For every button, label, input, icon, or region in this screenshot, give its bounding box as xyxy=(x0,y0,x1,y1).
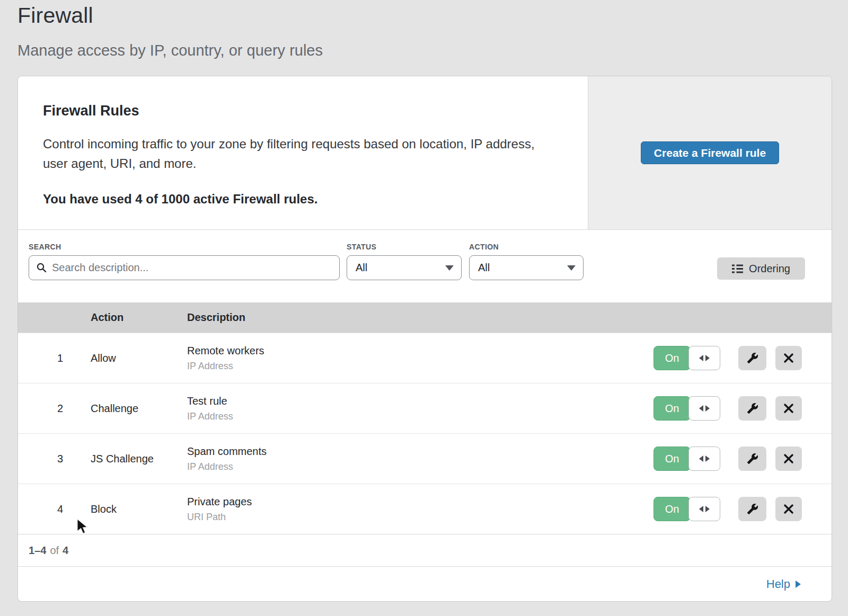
close-icon xyxy=(783,353,794,363)
edit-rule-button[interactable] xyxy=(738,396,766,421)
table-row: 2 Challenge Test rule IP Address On xyxy=(18,383,832,433)
left-right-arrows-icon xyxy=(699,456,703,462)
delete-rule-button[interactable] xyxy=(775,497,802,521)
create-firewall-rule-button[interactable]: Create a Firewall rule xyxy=(641,141,779,164)
page-title: Firewall xyxy=(17,3,93,28)
chevron-down-icon xyxy=(567,265,576,271)
left-right-arrows-icon xyxy=(699,355,703,361)
action-select[interactable]: All xyxy=(469,255,584,280)
wrench-icon xyxy=(747,503,758,515)
firewall-rules-summary: Firewall Rules Control incoming traffic … xyxy=(18,76,588,229)
card-footer: Help xyxy=(18,566,832,601)
edit-rule-button[interactable] xyxy=(738,346,766,370)
pagination-total: 4 xyxy=(63,544,68,557)
search-input[interactable] xyxy=(52,262,332,274)
wrench-icon xyxy=(747,453,758,465)
toggle-on-segment[interactable]: On xyxy=(653,447,691,471)
card-description: Control incoming traffic to your zone by… xyxy=(43,134,554,173)
toggle-drag-handle[interactable] xyxy=(688,447,720,471)
action-select-value: All xyxy=(478,262,490,274)
search-field[interactable] xyxy=(29,255,340,280)
ordering-button-label: Ordering xyxy=(749,263,790,275)
search-icon xyxy=(37,263,47,273)
status-select[interactable]: All xyxy=(347,255,462,280)
chevron-down-icon xyxy=(445,265,454,271)
rule-enabled-toggle[interactable]: On xyxy=(653,346,720,370)
toggle-on-segment[interactable]: On xyxy=(653,346,691,370)
left-right-arrows-icon xyxy=(699,506,703,512)
firewall-rules-card: Firewall Rules Control incoming traffic … xyxy=(17,76,832,602)
toggle-drag-handle[interactable] xyxy=(688,396,720,421)
rule-enabled-toggle[interactable]: On xyxy=(653,447,720,471)
wrench-icon xyxy=(747,352,758,364)
rule-enabled-toggle[interactable]: On xyxy=(653,396,720,421)
toggle-on-segment[interactable]: On xyxy=(653,396,691,421)
status-select-value: All xyxy=(356,262,367,274)
row-controls: On xyxy=(653,396,802,421)
delete-rule-button[interactable] xyxy=(775,346,802,370)
list-icon xyxy=(732,264,743,273)
left-right-arrows-icon xyxy=(699,405,703,412)
wrench-icon xyxy=(747,403,758,414)
rule-priority: 4 xyxy=(18,503,63,515)
delete-rule-button[interactable] xyxy=(775,396,802,421)
table-row: 3 JS Challenge Spam comments IP Address … xyxy=(18,433,832,484)
rule-action: Block xyxy=(91,503,187,515)
delete-rule-button[interactable] xyxy=(775,447,802,471)
create-rule-panel: Create a Firewall rule xyxy=(588,76,832,229)
rule-priority: 1 xyxy=(18,352,63,364)
help-link-label: Help xyxy=(766,577,790,591)
close-icon xyxy=(783,504,794,514)
firewall-rules-summary-section: Firewall Rules Control incoming traffic … xyxy=(18,76,832,230)
row-controls: On xyxy=(653,346,802,370)
page-subtitle: Manage access by IP, country, or query r… xyxy=(17,42,323,59)
toggle-drag-handle[interactable] xyxy=(688,346,720,370)
close-icon xyxy=(783,403,794,414)
toggle-on-segment[interactable]: On xyxy=(653,497,691,521)
toggle-drag-handle[interactable] xyxy=(688,497,720,521)
edit-rule-button[interactable] xyxy=(738,447,766,471)
usage-note: You have used 4 of 1000 active Firewall … xyxy=(43,192,567,207)
help-link[interactable]: Help xyxy=(766,577,801,591)
action-label: ACTION xyxy=(469,243,499,251)
filters-bar: SEARCH STATUS All ACTION All Ordering xyxy=(18,230,832,302)
rule-priority: 2 xyxy=(18,403,63,415)
table-row: 4 Block Private pages URI Path On xyxy=(18,484,832,534)
close-icon xyxy=(783,453,794,464)
rule-priority: 3 xyxy=(18,453,63,465)
pagination-range: 1–4 xyxy=(29,544,46,557)
table-header: Action Description xyxy=(18,302,832,333)
pagination-summary: 1–4 of 4 xyxy=(18,534,832,566)
edit-rule-button[interactable] xyxy=(738,497,766,521)
column-header-action: Action xyxy=(91,311,187,324)
rule-action: JS Challenge xyxy=(91,453,187,465)
table-row: 1 Allow Remote workers IP Address On xyxy=(18,333,832,383)
status-label: STATUS xyxy=(347,243,376,251)
row-controls: On xyxy=(653,447,802,471)
rule-enabled-toggle[interactable]: On xyxy=(653,497,720,521)
pagination-of: of xyxy=(50,544,59,557)
card-heading: Firewall Rules xyxy=(43,103,567,119)
arrow-right-icon xyxy=(796,581,801,588)
rule-action: Allow xyxy=(91,352,187,364)
search-label: SEARCH xyxy=(29,243,61,251)
ordering-button[interactable]: Ordering xyxy=(717,257,805,280)
rule-action: Challenge xyxy=(91,403,187,415)
row-controls: On xyxy=(653,497,802,521)
column-header-description: Description xyxy=(187,311,832,324)
